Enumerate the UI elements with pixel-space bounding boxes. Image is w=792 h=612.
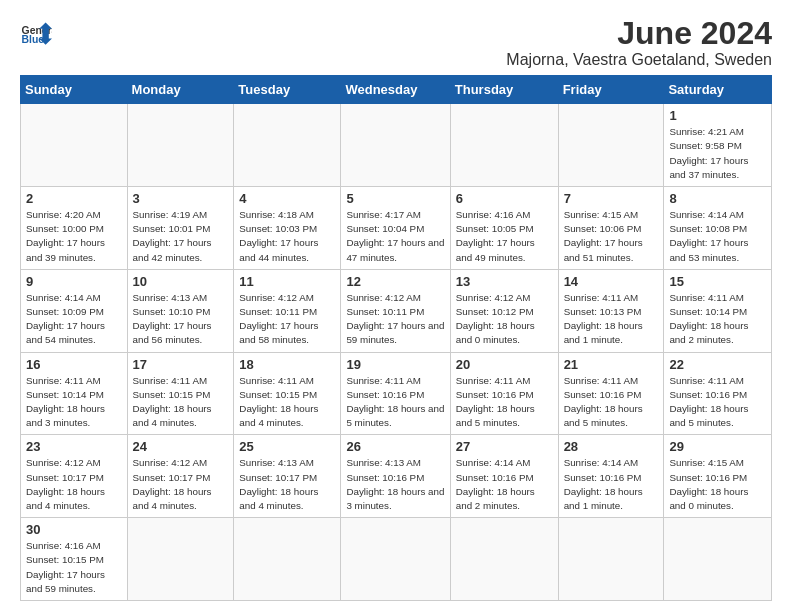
day-17: 17 Sunrise: 4:11 AM Sunset: 10:15 PM Day… [127, 352, 234, 435]
day-21: 21 Sunrise: 4:11 AM Sunset: 10:16 PM Day… [558, 352, 664, 435]
day-15: 15 Sunrise: 4:11 AM Sunset: 10:14 PM Day… [664, 269, 772, 352]
day-18: 18 Sunrise: 4:11 AM Sunset: 10:15 PM Day… [234, 352, 341, 435]
calendar-row-4: 16 Sunrise: 4:11 AM Sunset: 10:14 PM Day… [21, 352, 772, 435]
day-28: 28 Sunrise: 4:14 AM Sunset: 10:16 PM Day… [558, 435, 664, 518]
header-wednesday: Wednesday [341, 76, 450, 104]
logo-icon: General Blue [20, 16, 52, 48]
day-20: 20 Sunrise: 4:11 AM Sunset: 10:16 PM Day… [450, 352, 558, 435]
calendar-row-6: 30 Sunrise: 4:16 AM Sunset: 10:15 PM Day… [21, 518, 772, 601]
day-14: 14 Sunrise: 4:11 AM Sunset: 10:13 PM Day… [558, 269, 664, 352]
calendar-table: Sunday Monday Tuesday Wednesday Thursday… [20, 75, 772, 601]
day-22: 22 Sunrise: 4:11 AM Sunset: 10:16 PM Day… [664, 352, 772, 435]
day-13: 13 Sunrise: 4:12 AM Sunset: 10:12 PM Day… [450, 269, 558, 352]
day-4: 4 Sunrise: 4:18 AM Sunset: 10:03 PM Dayl… [234, 187, 341, 270]
empty-cell [450, 518, 558, 601]
day-23: 23 Sunrise: 4:12 AM Sunset: 10:17 PM Day… [21, 435, 128, 518]
day-5: 5 Sunrise: 4:17 AM Sunset: 10:04 PM Dayl… [341, 187, 450, 270]
day-10: 10 Sunrise: 4:13 AM Sunset: 10:10 PM Day… [127, 269, 234, 352]
location-title: Majorna, Vaestra Goetaland, Sweden [506, 51, 772, 69]
day-16: 16 Sunrise: 4:11 AM Sunset: 10:14 PM Day… [21, 352, 128, 435]
header-saturday: Saturday [664, 76, 772, 104]
day-26: 26 Sunrise: 4:13 AM Sunset: 10:16 PM Day… [341, 435, 450, 518]
day-6: 6 Sunrise: 4:16 AM Sunset: 10:05 PM Dayl… [450, 187, 558, 270]
calendar-row-2: 2 Sunrise: 4:20 AM Sunset: 10:00 PM Dayl… [21, 187, 772, 270]
header-monday: Monday [127, 76, 234, 104]
day-12: 12 Sunrise: 4:12 AM Sunset: 10:11 PM Day… [341, 269, 450, 352]
month-title: June 2024 [506, 16, 772, 51]
empty-cell [341, 518, 450, 601]
day-24: 24 Sunrise: 4:12 AM Sunset: 10:17 PM Day… [127, 435, 234, 518]
header-sunday: Sunday [21, 76, 128, 104]
calendar-row-1: 1 Sunrise: 4:21 AM Sunset: 9:58 PM Dayli… [21, 104, 772, 187]
day-8: 8 Sunrise: 4:14 AM Sunset: 10:08 PM Dayl… [664, 187, 772, 270]
header-friday: Friday [558, 76, 664, 104]
day-2: 2 Sunrise: 4:20 AM Sunset: 10:00 PM Dayl… [21, 187, 128, 270]
day-19: 19 Sunrise: 4:11 AM Sunset: 10:16 PM Day… [341, 352, 450, 435]
day-11: 11 Sunrise: 4:12 AM Sunset: 10:11 PM Day… [234, 269, 341, 352]
empty-cell [558, 104, 664, 187]
day-9: 9 Sunrise: 4:14 AM Sunset: 10:09 PM Dayl… [21, 269, 128, 352]
empty-cell [234, 518, 341, 601]
empty-cell [664, 518, 772, 601]
day-25: 25 Sunrise: 4:13 AM Sunset: 10:17 PM Day… [234, 435, 341, 518]
empty-cell [450, 104, 558, 187]
day-27: 27 Sunrise: 4:14 AM Sunset: 10:16 PM Day… [450, 435, 558, 518]
header-tuesday: Tuesday [234, 76, 341, 104]
empty-cell [234, 104, 341, 187]
calendar-row-3: 9 Sunrise: 4:14 AM Sunset: 10:09 PM Dayl… [21, 269, 772, 352]
calendar-row-5: 23 Sunrise: 4:12 AM Sunset: 10:17 PM Day… [21, 435, 772, 518]
day-29: 29 Sunrise: 4:15 AM Sunset: 10:16 PM Day… [664, 435, 772, 518]
logo: General Blue [20, 16, 52, 48]
day-3: 3 Sunrise: 4:19 AM Sunset: 10:01 PM Dayl… [127, 187, 234, 270]
empty-cell [21, 104, 128, 187]
day-1: 1 Sunrise: 4:21 AM Sunset: 9:58 PM Dayli… [664, 104, 772, 187]
empty-cell [341, 104, 450, 187]
empty-cell [127, 104, 234, 187]
empty-cell [127, 518, 234, 601]
weekday-header-row: Sunday Monday Tuesday Wednesday Thursday… [21, 76, 772, 104]
day-30: 30 Sunrise: 4:16 AM Sunset: 10:15 PM Day… [21, 518, 128, 601]
empty-cell [558, 518, 664, 601]
day-7: 7 Sunrise: 4:15 AM Sunset: 10:06 PM Dayl… [558, 187, 664, 270]
title-section: June 2024 Majorna, Vaestra Goetaland, Sw… [506, 16, 772, 69]
header-thursday: Thursday [450, 76, 558, 104]
page-header: General Blue June 2024 Majorna, Vaestra … [20, 16, 772, 69]
